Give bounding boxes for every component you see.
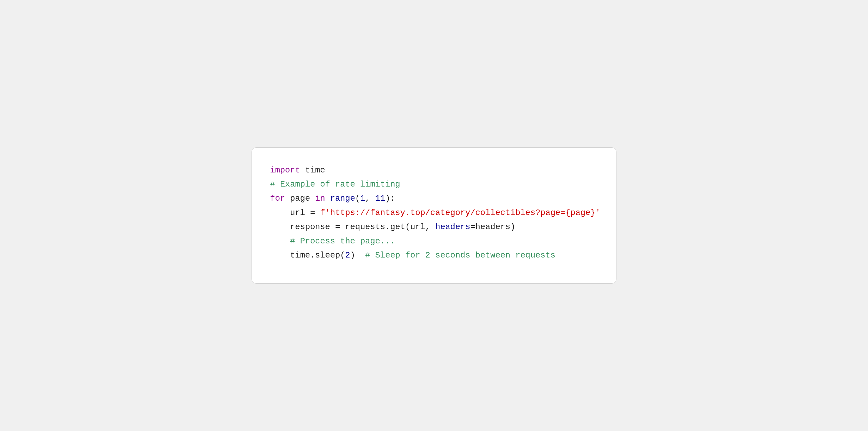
- code-token: f'https://fantasy.top/category/collectib…: [320, 208, 600, 218]
- line-sleep: time.sleep(2) # Sleep for 2 seconds betw…: [270, 248, 598, 262]
- code-block: import time# Example of rate limitingfor…: [270, 163, 598, 263]
- code-token: (: [355, 194, 360, 203]
- code-token: ):: [385, 194, 395, 203]
- line-import: import time: [270, 163, 598, 177]
- code-token: # Sleep for 2 seconds between requests: [365, 251, 555, 260]
- code-token: range: [330, 194, 355, 203]
- code-token: [325, 194, 330, 203]
- code-token: time: [300, 165, 325, 175]
- code-token: 2: [345, 251, 350, 260]
- code-token: 11: [375, 194, 385, 203]
- code-token: url =: [270, 208, 320, 218]
- line-url: url = f'https://fantasy.top/category/col…: [270, 206, 598, 220]
- code-token: for: [270, 194, 285, 203]
- code-token: import: [270, 165, 300, 175]
- code-token: page: [285, 194, 315, 203]
- code-token: 1: [360, 194, 365, 203]
- line-for: for page in range(1, 11):: [270, 192, 598, 206]
- code-token: ): [350, 251, 365, 260]
- code-token: headers: [435, 222, 470, 232]
- code-token: in: [315, 194, 325, 203]
- line-comment1: # Example of rate limiting: [270, 177, 598, 192]
- code-token: # Example of rate limiting: [270, 179, 400, 189]
- code-token: =headers): [470, 222, 515, 232]
- code-token: response = requests.get(url,: [270, 222, 435, 232]
- code-token: time.sleep(: [270, 251, 345, 260]
- line-response: response = requests.get(url, headers=hea…: [270, 220, 598, 234]
- code-token: ,: [365, 194, 375, 203]
- code-token: # Process the page...: [270, 236, 395, 246]
- code-card: import time# Example of rate limitingfor…: [251, 147, 617, 284]
- line-comment2: # Process the page...: [270, 234, 598, 248]
